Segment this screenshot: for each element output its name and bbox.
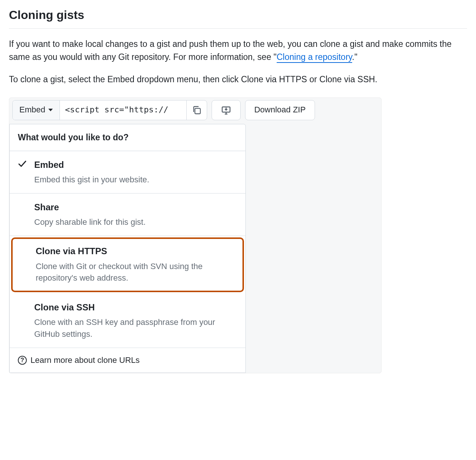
embed-input-group: Embed <script src="https:// bbox=[12, 100, 207, 120]
download-zip-button[interactable]: Download ZIP bbox=[245, 100, 315, 120]
dropdown-footer-link[interactable]: ? Learn more about clone URLs bbox=[10, 348, 245, 373]
dropdown-item-share[interactable]: Share Copy sharable link for this gist. bbox=[10, 194, 245, 236]
caret-down-icon bbox=[48, 109, 53, 111]
gist-clone-figure: Embed <script src="https:// bbox=[9, 98, 382, 374]
section-heading: Cloning gists bbox=[9, 6, 467, 29]
open-desktop-button[interactable] bbox=[212, 100, 241, 120]
dropdown-item-desc: Embed this gist in your website. bbox=[34, 174, 237, 186]
dropdown-header: What would you like to do? bbox=[10, 124, 245, 151]
download-zip-label: Download ZIP bbox=[254, 103, 306, 116]
dropdown-item-title: Clone via HTTPS bbox=[36, 244, 236, 258]
dropdown-item-desc: Clone with an SSH key and passphrase fro… bbox=[34, 316, 237, 340]
question-icon: ? bbox=[18, 356, 27, 365]
svg-rect-0 bbox=[195, 108, 200, 114]
check-icon bbox=[18, 159, 27, 168]
dropdown-footer-label: Learn more about clone URLs bbox=[30, 354, 140, 367]
embed-dropdown-menu: What would you like to do? Embed Embed t… bbox=[9, 124, 246, 373]
dropdown-item-desc: Clone with Git or checkout with SVN usin… bbox=[36, 261, 236, 284]
dropdown-item-title: Share bbox=[34, 200, 237, 214]
dropdown-item-clone-https[interactable]: Clone via HTTPS Clone with Git or checko… bbox=[11, 237, 244, 292]
intro-paragraph-1: If you want to make local changes to a g… bbox=[9, 38, 467, 64]
dropdown-item-clone-ssh[interactable]: Clone via SSH Clone with an SSH key and … bbox=[10, 294, 245, 348]
embed-dropdown-label: Embed bbox=[19, 103, 45, 116]
intro-paragraph-2: To clone a gist, select the Embed dropdo… bbox=[9, 73, 467, 86]
dropdown-item-desc: Copy sharable link for this gist. bbox=[34, 216, 237, 228]
copy-icon bbox=[192, 105, 202, 115]
dropdown-item-embed[interactable]: Embed Embed this gist in your website. bbox=[10, 151, 245, 194]
link-cloning-repo[interactable]: Cloning a repository bbox=[277, 52, 352, 63]
dropdown-item-title: Embed bbox=[34, 158, 237, 172]
embed-dropdown-button[interactable]: Embed bbox=[13, 100, 60, 120]
para1-post: ." bbox=[352, 52, 358, 62]
para1-pre: If you want to make local changes to a g… bbox=[9, 39, 451, 62]
copy-embed-button[interactable] bbox=[186, 100, 207, 120]
embed-url-field[interactable]: <script src="https:// bbox=[60, 100, 186, 120]
dropdown-item-title: Clone via SSH bbox=[34, 300, 237, 314]
gist-toolbar: Embed <script src="https:// bbox=[9, 98, 381, 120]
desktop-download-icon bbox=[221, 105, 231, 115]
